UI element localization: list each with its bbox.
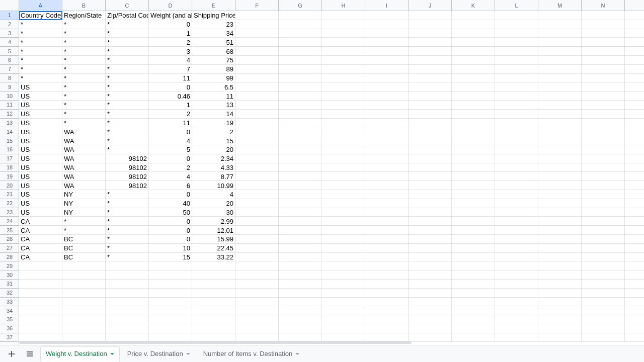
cell-G8[interactable]	[279, 74, 322, 83]
cell-L34[interactable]	[495, 306, 538, 315]
cell-G1[interactable]	[279, 11, 322, 20]
cell-H6[interactable]	[322, 56, 365, 65]
cell-K20[interactable]	[452, 181, 495, 190]
cell-B23[interactable]: NY	[62, 208, 106, 217]
cell-E21[interactable]: 4	[192, 190, 235, 199]
cell-E18[interactable]: 4.33	[192, 163, 235, 172]
cell-C7[interactable]: *	[106, 65, 149, 74]
cell-D2[interactable]: 0	[149, 20, 192, 29]
cell-D3[interactable]: 1	[149, 29, 192, 38]
cell-A2[interactable]: *	[19, 20, 62, 29]
cell-A10[interactable]: US	[19, 92, 62, 101]
cell-I30[interactable]	[365, 270, 409, 280]
cell-N17[interactable]	[582, 154, 625, 163]
cell-G35[interactable]	[279, 315, 322, 324]
cell-N36[interactable]	[582, 324, 625, 333]
row-header-37[interactable]: 37	[0, 333, 19, 342]
cell-D21[interactable]: 0	[149, 190, 192, 199]
cell-L3[interactable]	[495, 29, 538, 38]
cell-E16[interactable]: 20	[192, 145, 235, 154]
column-header-I[interactable]: I	[365, 0, 409, 11]
cell-A24[interactable]: CA	[19, 217, 62, 226]
cell-D14[interactable]: 0	[149, 127, 192, 136]
cell-N6[interactable]	[582, 56, 625, 65]
cell-A31[interactable]	[19, 280, 62, 289]
cell-H22[interactable]	[322, 199, 365, 208]
cell-C35[interactable]	[106, 315, 149, 324]
cell-F2[interactable]	[235, 20, 279, 29]
cell-E2[interactable]: 23	[192, 20, 235, 29]
cell-C9[interactable]: *	[106, 82, 149, 92]
cell-E4[interactable]: 51	[192, 38, 235, 47]
cell-L5[interactable]	[495, 47, 538, 56]
cell-B28[interactable]: BC	[62, 253, 106, 262]
row-header-27[interactable]: 27	[0, 244, 19, 253]
cell-L8[interactable]	[495, 74, 538, 83]
cell-H32[interactable]	[322, 289, 365, 298]
sheet-tab-2[interactable]: Number of Items v. Destination	[198, 346, 305, 361]
cell-H9[interactable]	[322, 82, 365, 92]
cell-A15[interactable]: US	[19, 136, 62, 145]
cell-N25[interactable]	[582, 226, 625, 235]
cell-E10[interactable]: 11	[192, 92, 235, 101]
cell-G34[interactable]	[279, 306, 322, 315]
cell-A25[interactable]: CA	[19, 226, 62, 235]
cell-I4[interactable]	[365, 38, 409, 47]
cell-B18[interactable]: WA	[62, 163, 106, 172]
cell-A16[interactable]: US	[19, 145, 62, 154]
cell-M5[interactable]	[538, 47, 582, 56]
cell-A28[interactable]: CA	[19, 253, 62, 262]
cell-M7[interactable]	[538, 65, 582, 74]
cell-G13[interactable]	[279, 119, 322, 128]
cell-D27[interactable]: 10	[149, 244, 192, 253]
cell-I15[interactable]	[365, 136, 409, 145]
cell-E8[interactable]: 99	[192, 74, 235, 83]
cell-H29[interactable]	[322, 261, 365, 270]
cell-L24[interactable]	[495, 217, 538, 226]
cell-F1[interactable]	[235, 11, 279, 20]
cell-I13[interactable]	[365, 119, 409, 128]
cell-M22[interactable]	[538, 199, 582, 208]
row-header-24[interactable]: 24	[0, 217, 19, 226]
cell-H10[interactable]	[322, 92, 365, 101]
horizontal-scrollbar[interactable]	[19, 340, 644, 345]
cell-G5[interactable]	[279, 47, 322, 56]
column-header-D[interactable]: D	[149, 0, 192, 11]
row-header-7[interactable]: 7	[0, 65, 19, 74]
cell-H31[interactable]	[322, 280, 365, 289]
cell-J21[interactable]	[409, 190, 452, 199]
cell-J32[interactable]	[409, 289, 452, 298]
cell-B4[interactable]: *	[62, 38, 106, 47]
cell-B12[interactable]: *	[62, 110, 106, 119]
cell-I3[interactable]	[365, 29, 409, 38]
cell-K21[interactable]	[452, 190, 495, 199]
cell-D12[interactable]: 2	[149, 110, 192, 119]
cell-J2[interactable]	[409, 20, 452, 29]
row-header-16[interactable]: 16	[0, 145, 19, 154]
cell-G27[interactable]	[279, 244, 322, 253]
cell-H7[interactable]	[322, 65, 365, 74]
row-header-30[interactable]: 30	[0, 270, 19, 280]
cell-I26[interactable]	[365, 235, 409, 244]
column-header-M[interactable]: M	[538, 0, 582, 11]
cell-J10[interactable]	[409, 92, 452, 101]
cell-C32[interactable]	[106, 289, 149, 298]
cell-I32[interactable]	[365, 289, 409, 298]
cell-B13[interactable]: *	[62, 119, 106, 128]
cell-grid[interactable]: Country CodeRegion/StateZip/Postal CodeW…	[19, 11, 644, 345]
cell-I24[interactable]	[365, 217, 409, 226]
cell-C5[interactable]: *	[106, 47, 149, 56]
cell-H20[interactable]	[322, 181, 365, 190]
cell-A8[interactable]: *	[19, 74, 62, 83]
row-header-28[interactable]: 28	[0, 253, 19, 262]
cell-K35[interactable]	[452, 315, 495, 324]
cell-E28[interactable]: 33.22	[192, 253, 235, 262]
cell-A14[interactable]: US	[19, 127, 62, 136]
cell-D35[interactable]	[149, 315, 192, 324]
cell-L15[interactable]	[495, 136, 538, 145]
cell-D9[interactable]: 0	[149, 82, 192, 92]
cell-G23[interactable]	[279, 208, 322, 217]
cell-D24[interactable]: 0	[149, 217, 192, 226]
cell-G30[interactable]	[279, 270, 322, 280]
cell-H21[interactable]	[322, 190, 365, 199]
